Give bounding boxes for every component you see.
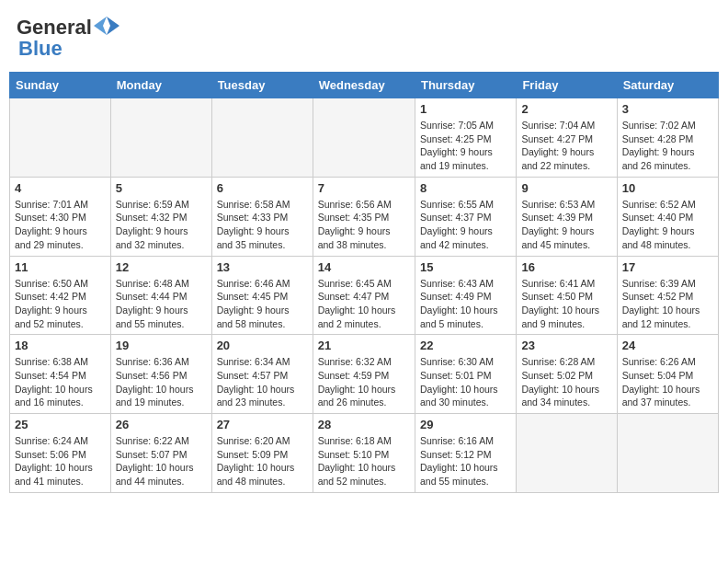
day-info: Sunrise: 6:56 AM Sunset: 4:35 PM Dayligh… [318,198,410,252]
day-info: Sunrise: 6:43 AM Sunset: 4:49 PM Dayligh… [420,277,511,331]
day-info: Sunrise: 6:48 AM Sunset: 4:44 PM Dayligh… [116,277,207,331]
calendar-cell: 13Sunrise: 6:46 AM Sunset: 4:45 PM Dayli… [211,256,313,335]
calendar-cell: 14Sunrise: 6:45 AM Sunset: 4:47 PM Dayli… [313,256,415,335]
day-info: Sunrise: 7:01 AM Sunset: 4:30 PM Dayligh… [15,198,106,252]
calendar-cell: 17Sunrise: 6:39 AM Sunset: 4:52 PM Dayli… [617,256,718,335]
day-number: 8 [420,181,511,195]
day-number: 15 [420,260,511,274]
logo: General Blue [17,13,119,61]
header-tuesday: Tuesday [211,73,313,98]
day-info: Sunrise: 6:45 AM Sunset: 4:47 PM Dayligh… [318,277,410,331]
day-info: Sunrise: 6:28 AM Sunset: 5:02 PM Dayligh… [521,355,611,409]
calendar-cell: 12Sunrise: 6:48 AM Sunset: 4:44 PM Dayli… [110,256,211,335]
day-number: 3 [622,102,713,116]
day-info: Sunrise: 7:02 AM Sunset: 4:28 PM Dayligh… [622,119,713,173]
calendar-cell [211,98,313,178]
calendar-cell: 2Sunrise: 7:04 AM Sunset: 4:27 PM Daylig… [517,98,617,178]
day-info: Sunrise: 6:18 AM Sunset: 5:10 PM Dayligh… [318,434,410,488]
day-info: Sunrise: 6:38 AM Sunset: 4:54 PM Dayligh… [15,355,106,409]
day-number: 24 [622,339,713,352]
day-info: Sunrise: 6:22 AM Sunset: 5:07 PM Dayligh… [116,434,207,488]
day-number: 2 [521,102,611,116]
calendar-cell: 10Sunrise: 6:52 AM Sunset: 4:40 PM Dayli… [617,177,718,256]
day-info: Sunrise: 6:32 AM Sunset: 4:59 PM Dayligh… [318,355,410,409]
calendar-cell [517,414,617,493]
header-saturday: Saturday [617,73,718,98]
day-info: Sunrise: 6:30 AM Sunset: 5:01 PM Dayligh… [420,355,511,409]
calendar-cell: 6Sunrise: 6:58 AM Sunset: 4:33 PM Daylig… [211,177,313,256]
calendar-cell: 5Sunrise: 6:59 AM Sunset: 4:32 PM Daylig… [110,177,211,256]
calendar-cell: 24Sunrise: 6:26 AM Sunset: 5:04 PM Dayli… [617,335,718,414]
calendar-cell: 1Sunrise: 7:05 AM Sunset: 4:25 PM Daylig… [415,98,516,178]
day-number: 6 [217,181,308,195]
logo-blue: Blue [17,37,63,61]
day-number: 26 [116,418,207,431]
day-info: Sunrise: 7:05 AM Sunset: 4:25 PM Dayligh… [420,119,511,173]
logo-bird-icon [94,13,119,39]
day-info: Sunrise: 6:24 AM Sunset: 5:06 PM Dayligh… [15,434,106,488]
day-info: Sunrise: 6:58 AM Sunset: 4:33 PM Dayligh… [217,198,308,252]
day-number: 5 [116,181,207,195]
day-number: 4 [15,181,106,195]
header: General Blue [9,9,719,64]
calendar-cell: 29Sunrise: 6:16 AM Sunset: 5:12 PM Dayli… [415,414,516,493]
calendar-week-2: 11Sunrise: 6:50 AM Sunset: 4:42 PM Dayli… [10,256,719,335]
calendar-cell [110,98,211,178]
day-number: 9 [521,181,611,195]
day-info: Sunrise: 6:36 AM Sunset: 4:56 PM Dayligh… [116,355,207,409]
svg-marker-0 [107,17,119,35]
calendar-cell: 8Sunrise: 6:55 AM Sunset: 4:37 PM Daylig… [415,177,516,256]
calendar-cell [10,98,111,178]
calendar-cell [617,414,718,493]
day-info: Sunrise: 6:16 AM Sunset: 5:12 PM Dayligh… [420,434,511,488]
day-info: Sunrise: 6:26 AM Sunset: 5:04 PM Dayligh… [622,355,713,409]
day-number: 18 [15,339,106,352]
header-friday: Friday [517,73,617,98]
day-number: 13 [217,260,308,274]
calendar-cell: 18Sunrise: 6:38 AM Sunset: 4:54 PM Dayli… [10,335,111,414]
calendar-cell: 26Sunrise: 6:22 AM Sunset: 5:07 PM Dayli… [110,414,211,493]
day-info: Sunrise: 6:50 AM Sunset: 4:42 PM Dayligh… [15,277,106,331]
calendar-cell: 21Sunrise: 6:32 AM Sunset: 4:59 PM Dayli… [313,335,415,414]
svg-marker-1 [94,17,107,35]
calendar-cell: 27Sunrise: 6:20 AM Sunset: 5:09 PM Dayli… [211,414,313,493]
calendar-week-4: 25Sunrise: 6:24 AM Sunset: 5:06 PM Dayli… [10,414,719,493]
day-info: Sunrise: 6:34 AM Sunset: 4:57 PM Dayligh… [217,355,308,409]
day-info: Sunrise: 6:52 AM Sunset: 4:40 PM Dayligh… [622,198,713,252]
calendar-cell: 25Sunrise: 6:24 AM Sunset: 5:06 PM Dayli… [10,414,111,493]
day-info: Sunrise: 6:59 AM Sunset: 4:32 PM Dayligh… [116,198,207,252]
calendar-cell: 20Sunrise: 6:34 AM Sunset: 4:57 PM Dayli… [211,335,313,414]
day-number: 17 [622,260,713,274]
calendar-cell [313,98,415,178]
day-number: 11 [15,260,106,274]
calendar-cell: 16Sunrise: 6:41 AM Sunset: 4:50 PM Dayli… [517,256,617,335]
day-number: 10 [622,181,713,195]
day-number: 27 [217,418,308,431]
day-number: 23 [521,339,611,352]
calendar-cell: 15Sunrise: 6:43 AM Sunset: 4:49 PM Dayli… [415,256,516,335]
day-number: 29 [420,418,511,431]
day-info: Sunrise: 6:41 AM Sunset: 4:50 PM Dayligh… [521,277,611,331]
day-number: 28 [318,418,410,431]
calendar-week-3: 18Sunrise: 6:38 AM Sunset: 4:54 PM Dayli… [10,335,719,414]
calendar-header-row: SundayMondayTuesdayWednesdayThursdayFrid… [10,73,719,98]
calendar-cell: 11Sunrise: 6:50 AM Sunset: 4:42 PM Dayli… [10,256,111,335]
calendar-cell: 7Sunrise: 6:56 AM Sunset: 4:35 PM Daylig… [313,177,415,256]
day-number: 7 [318,181,410,195]
header-wednesday: Wednesday [313,73,415,98]
calendar-cell: 23Sunrise: 6:28 AM Sunset: 5:02 PM Dayli… [517,335,617,414]
day-number: 12 [116,260,207,274]
calendar-week-0: 1Sunrise: 7:05 AM Sunset: 4:25 PM Daylig… [10,98,719,178]
calendar-cell: 28Sunrise: 6:18 AM Sunset: 5:10 PM Dayli… [313,414,415,493]
header-thursday: Thursday [415,73,516,98]
day-number: 14 [318,260,410,274]
day-info: Sunrise: 6:55 AM Sunset: 4:37 PM Dayligh… [420,198,511,252]
day-number: 1 [420,102,511,116]
calendar-cell: 19Sunrise: 6:36 AM Sunset: 4:56 PM Dayli… [110,335,211,414]
calendar-cell: 9Sunrise: 6:53 AM Sunset: 4:39 PM Daylig… [517,177,617,256]
calendar-table: SundayMondayTuesdayWednesdayThursdayFrid… [9,72,719,493]
calendar-cell: 3Sunrise: 7:02 AM Sunset: 4:28 PM Daylig… [617,98,718,178]
day-number: 22 [420,339,511,352]
day-number: 20 [217,339,308,352]
day-info: Sunrise: 6:53 AM Sunset: 4:39 PM Dayligh… [521,198,611,252]
